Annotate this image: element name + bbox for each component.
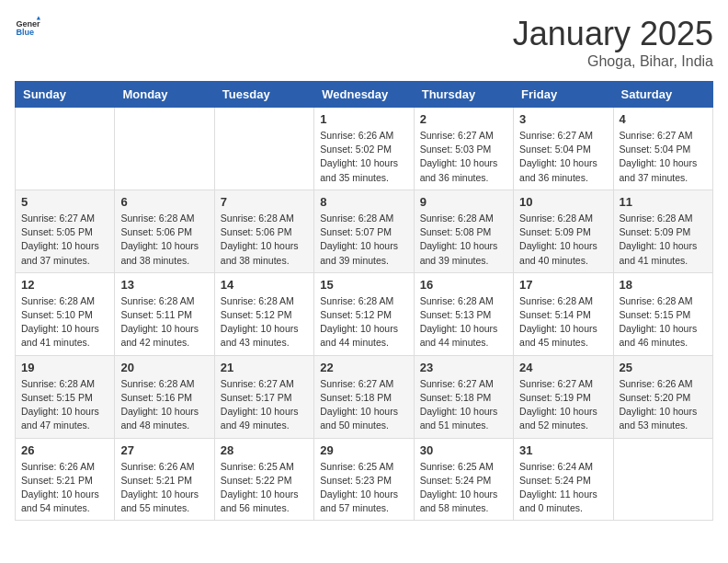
calendar-title: January 2025 [513,15,713,53]
day-info: Sunrise: 6:25 AMSunset: 5:22 PMDaylight:… [221,461,299,514]
table-row: 2 Sunrise: 6:27 AMSunset: 5:03 PMDayligh… [414,108,513,190]
title-block: January 2025 Ghoga, Bihar, India [513,15,713,70]
day-number: 19 [21,361,108,374]
day-info: Sunrise: 6:26 AMSunset: 5:21 PMDaylight:… [21,461,99,514]
table-row: 8 Sunrise: 6:28 AMSunset: 5:07 PMDayligh… [314,190,414,272]
table-row: 1 Sunrise: 6:26 AMSunset: 5:02 PMDayligh… [314,108,414,190]
calendar-week-3: 12 Sunrise: 6:28 AMSunset: 5:10 PMDaylig… [16,272,713,355]
table-row: 24 Sunrise: 6:27 AMSunset: 5:19 PMDaylig… [514,355,613,438]
day-number: 15 [320,278,407,292]
day-info: Sunrise: 6:24 AMSunset: 5:24 PMDaylight:… [519,461,597,514]
day-number: 16 [420,278,507,292]
day-info: Sunrise: 6:27 AMSunset: 5:05 PMDaylight:… [21,213,99,266]
day-number: 4 [620,112,707,126]
day-number: 17 [519,278,607,292]
day-info: Sunrise: 6:27 AMSunset: 5:17 PMDaylight:… [221,378,299,431]
day-number: 28 [221,443,308,457]
day-number: 2 [420,112,507,126]
day-info: Sunrise: 6:28 AMSunset: 5:14 PMDaylight:… [519,295,597,349]
day-info: Sunrise: 6:25 AMSunset: 5:23 PMDaylight:… [320,461,398,514]
day-number: 18 [620,278,707,292]
table-row: 19 Sunrise: 6:28 AMSunset: 5:15 PMDaylig… [16,355,115,438]
table-row [613,438,712,521]
table-row: 9 Sunrise: 6:28 AMSunset: 5:08 PMDayligh… [414,190,513,272]
day-info: Sunrise: 6:28 AMSunset: 5:09 PMDaylight:… [620,213,698,266]
day-number: 3 [519,112,607,126]
day-info: Sunrise: 6:28 AMSunset: 5:06 PMDaylight:… [221,213,299,266]
table-row: 11 Sunrise: 6:28 AMSunset: 5:09 PMDaylig… [613,190,712,272]
day-number: 25 [620,361,707,374]
day-info: Sunrise: 6:28 AMSunset: 5:09 PMDaylight:… [519,213,597,266]
day-number: 27 [120,443,208,457]
day-number: 10 [519,195,607,209]
svg-marker-2 [37,16,40,19]
calendar-table: Sunday Monday Tuesday Wednesday Thursday… [15,81,713,521]
day-number: 12 [21,278,108,292]
table-row: 5 Sunrise: 6:27 AMSunset: 5:05 PMDayligh… [16,190,115,272]
day-number: 29 [320,443,407,457]
svg-text:Blue: Blue [16,28,34,37]
table-row: 21 Sunrise: 6:27 AMSunset: 5:17 PMDaylig… [214,355,313,438]
table-row [16,108,115,190]
day-number: 11 [620,195,707,209]
calendar-week-4: 19 Sunrise: 6:28 AMSunset: 5:15 PMDaylig… [16,355,713,438]
table-row: 14 Sunrise: 6:28 AMSunset: 5:12 PMDaylig… [214,272,313,355]
day-number: 6 [120,195,208,209]
day-number: 24 [519,361,607,374]
table-row: 16 Sunrise: 6:28 AMSunset: 5:13 PMDaylig… [414,272,513,355]
day-number: 13 [120,278,208,292]
table-row: 26 Sunrise: 6:26 AMSunset: 5:21 PMDaylig… [16,438,115,521]
day-info: Sunrise: 6:28 AMSunset: 5:10 PMDaylight:… [21,295,99,349]
day-number: 14 [221,278,308,292]
header-wednesday: Wednesday [314,82,414,108]
day-info: Sunrise: 6:27 AMSunset: 5:04 PMDaylight:… [519,130,597,183]
day-number: 26 [21,443,108,457]
calendar-week-2: 5 Sunrise: 6:27 AMSunset: 5:05 PMDayligh… [16,190,713,272]
day-info: Sunrise: 6:28 AMSunset: 5:16 PMDaylight:… [120,378,199,431]
logo-icon: General Blue [15,15,40,40]
header-monday: Monday [115,82,214,108]
page-header: General Blue January 2025 Ghoga, Bihar, … [15,15,713,70]
calendar-week-5: 26 Sunrise: 6:26 AMSunset: 5:21 PMDaylig… [16,438,713,521]
day-number: 31 [519,443,607,457]
day-number: 22 [320,361,407,374]
table-row: 28 Sunrise: 6:25 AMSunset: 5:22 PMDaylig… [214,438,313,521]
header-tuesday: Tuesday [214,82,313,108]
table-row: 4 Sunrise: 6:27 AMSunset: 5:04 PMDayligh… [613,108,712,190]
day-info: Sunrise: 6:25 AMSunset: 5:24 PMDaylight:… [420,461,498,514]
calendar-location: Ghoga, Bihar, India [513,53,713,70]
table-row [115,108,214,190]
day-number: 1 [320,112,407,126]
header-sunday: Sunday [16,82,115,108]
day-info: Sunrise: 6:28 AMSunset: 5:08 PMDaylight:… [420,213,498,266]
day-info: Sunrise: 6:28 AMSunset: 5:11 PMDaylight:… [120,295,199,349]
header-thursday: Thursday [414,82,513,108]
table-row: 13 Sunrise: 6:28 AMSunset: 5:11 PMDaylig… [115,272,214,355]
day-info: Sunrise: 6:27 AMSunset: 5:19 PMDaylight:… [519,378,597,431]
day-info: Sunrise: 6:28 AMSunset: 5:13 PMDaylight:… [420,295,498,349]
day-info: Sunrise: 6:26 AMSunset: 5:21 PMDaylight:… [120,461,199,514]
table-row: 3 Sunrise: 6:27 AMSunset: 5:04 PMDayligh… [514,108,613,190]
day-number: 7 [221,195,308,209]
day-info: Sunrise: 6:28 AMSunset: 5:12 PMDaylight:… [320,295,398,349]
svg-text:General: General [16,19,40,29]
table-row: 22 Sunrise: 6:27 AMSunset: 5:18 PMDaylig… [314,355,414,438]
table-row: 29 Sunrise: 6:25 AMSunset: 5:23 PMDaylig… [314,438,414,521]
day-info: Sunrise: 6:28 AMSunset: 5:07 PMDaylight:… [320,213,398,266]
table-row: 18 Sunrise: 6:28 AMSunset: 5:15 PMDaylig… [613,272,712,355]
day-number: 8 [320,195,407,209]
day-info: Sunrise: 6:27 AMSunset: 5:18 PMDaylight:… [420,378,498,431]
logo: General Blue [15,15,40,40]
day-number: 9 [420,195,507,209]
table-row: 10 Sunrise: 6:28 AMSunset: 5:09 PMDaylig… [514,190,613,272]
day-info: Sunrise: 6:27 AMSunset: 5:18 PMDaylight:… [320,378,398,431]
table-row: 20 Sunrise: 6:28 AMSunset: 5:16 PMDaylig… [115,355,214,438]
day-info: Sunrise: 6:28 AMSunset: 5:15 PMDaylight:… [620,295,698,349]
day-number: 21 [221,361,308,374]
table-row: 27 Sunrise: 6:26 AMSunset: 5:21 PMDaylig… [115,438,214,521]
table-row: 30 Sunrise: 6:25 AMSunset: 5:24 PMDaylig… [414,438,513,521]
day-info: Sunrise: 6:28 AMSunset: 5:12 PMDaylight:… [221,295,299,349]
day-info: Sunrise: 6:26 AMSunset: 5:02 PMDaylight:… [320,130,398,183]
table-row: 15 Sunrise: 6:28 AMSunset: 5:12 PMDaylig… [314,272,414,355]
table-row: 7 Sunrise: 6:28 AMSunset: 5:06 PMDayligh… [214,190,313,272]
